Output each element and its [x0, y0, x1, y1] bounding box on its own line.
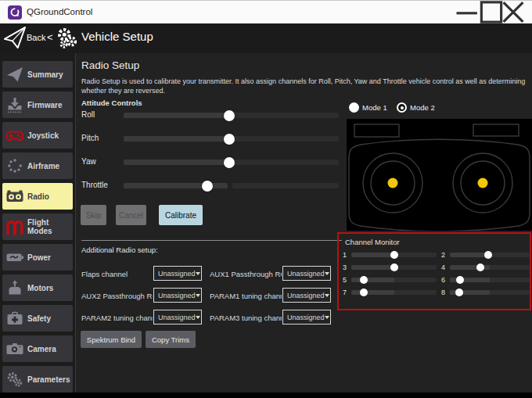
pitch-slider-row: Pitch [81, 133, 340, 144]
window-titlebar: QGroundControl [0, 0, 532, 23]
skip-button[interactable]: Skip [81, 205, 106, 225]
back-button[interactable]: Back [27, 33, 45, 42]
yaw-slider-track [124, 160, 339, 165]
channel-monitor-panel: Channel Monitor 1 2 3 4 5 6 7 8 [337, 232, 531, 310]
copy-trims-button[interactable]: Copy Trims [146, 331, 196, 348]
yaw-slider-handle [224, 157, 235, 168]
channel-row: 5 6 [339, 274, 530, 286]
aux1-passthrough-dropdown[interactable]: Unassigned [282, 266, 331, 281]
qgroundcontrol-window: QGroundControl Back < Vehicle Setup Summ… [0, 0, 532, 398]
aux1-passthrough-label: AUX1 Passthrough RC ch [210, 270, 282, 278]
dropdown-value: Unassigned [158, 270, 196, 278]
throttle-track-right-segment [232, 183, 339, 188]
throttle-slider-row: Throttle [81, 180, 340, 191]
close-button[interactable] [501, 1, 525, 23]
window-title: QGroundControl [27, 7, 92, 16]
radio-button-unselected [349, 102, 359, 113]
gears-icon [5, 370, 24, 389]
param3-tuning-label: PARAM3 tuning channel [210, 314, 282, 322]
pitch-slider-handle [224, 134, 235, 145]
page-title: Vehicle Setup [81, 30, 153, 43]
right-stick-dot [478, 178, 488, 188]
firmware-download-icon [5, 95, 24, 114]
dropdown-value: Unassigned [287, 292, 325, 299]
minimize-button[interactable] [456, 1, 480, 23]
dropdown-value: Unassigned [287, 270, 325, 278]
channel-8-indicator [455, 289, 463, 296]
left-stick-dot [388, 178, 398, 188]
vehicle-setup-gears-icon [56, 26, 79, 49]
param1-tuning-dropdown[interactable]: Unassigned [282, 288, 331, 303]
camera-icon [5, 339, 24, 358]
cancel-button[interactable]: Cancel [116, 205, 146, 225]
channel-3-indicator [390, 264, 398, 271]
sidebar-item-power[interactable]: Power [2, 244, 73, 271]
chevron-down-icon [325, 316, 329, 319]
channel-row: 3 4 [339, 261, 530, 274]
channel-2-indicator [484, 251, 492, 259]
sidebar-item-joystick[interactable]: Joystick [2, 122, 73, 149]
channel-1-indicator [390, 251, 398, 259]
radio-transmitter-icon [5, 187, 24, 206]
sidebar-item-parameters[interactable]: Parameters [2, 366, 73, 393]
channel-5-track [351, 278, 437, 282]
channel-8-track [450, 290, 530, 295]
aux2-passthrough-label: AUX2 Passthrough RC ch [81, 292, 153, 300]
transmitter-diagram [347, 119, 532, 231]
sidebar-item-airframe[interactable]: Airframe [2, 152, 73, 179]
breadcrumb-separator: < [47, 31, 53, 43]
channel-monitor-title: Channel Monitor [345, 238, 400, 246]
dropdown-value: Unassigned [158, 314, 196, 321]
channel-7-indicator [360, 289, 368, 296]
channel-3-track [351, 265, 437, 270]
battery-icon [5, 248, 24, 267]
sidebar-item-summary[interactable]: Summary [2, 61, 73, 88]
calibrate-button[interactable]: Calibrate [159, 205, 203, 225]
chevron-down-icon [196, 272, 200, 275]
first-aid-icon [5, 309, 24, 328]
channel-row: 7 8 [339, 286, 530, 299]
paper-plane-icon[interactable] [3, 26, 27, 49]
chevron-down-icon [325, 272, 329, 275]
roll-slider-handle [224, 110, 235, 121]
sidebar-item-safety[interactable]: Safety [2, 305, 73, 332]
sidebar-item-motors[interactable]: Motors [2, 274, 73, 301]
sidebar-item-camera[interactable]: Camera [2, 335, 73, 362]
channel-2-track [450, 253, 530, 257]
param1-tuning-label: PARAM1 tuning channel [210, 292, 282, 300]
channel-1-track [351, 253, 437, 257]
section-description: Radio Setup is used to calibrate your tr… [81, 77, 530, 95]
spektrum-bind-button[interactable]: Spektrum Bind [81, 331, 142, 348]
roll-slider-track [124, 113, 339, 118]
param2-tuning-dropdown[interactable]: Unassigned [153, 310, 202, 324]
chevron-down-icon [325, 294, 329, 297]
attitude-controls-label: Attitude Controls [81, 99, 142, 107]
flaps-channel-dropdown[interactable]: Unassigned [153, 266, 202, 281]
throttle-slider-handle [202, 181, 213, 192]
radio-button-selected [397, 102, 407, 113]
yaw-slider-row: Yaw [81, 156, 340, 167]
motor-icon [5, 278, 24, 297]
chevron-down-icon [196, 316, 200, 319]
mode-2-radio[interactable]: Mode 2 [397, 102, 435, 113]
window-bottom-edge [0, 393, 532, 398]
throttle-slider-track [124, 183, 339, 188]
aux2-passthrough-dropdown[interactable]: Unassigned [153, 288, 202, 303]
sidebar-item-flight-modes[interactable]: Flight Modes [2, 213, 73, 240]
flaps-channel-label: Flaps channel [81, 270, 153, 278]
gamepad-icon [5, 126, 24, 145]
mode-1-radio[interactable]: Mode 1 [349, 102, 387, 113]
dropdown-value: Unassigned [158, 292, 196, 299]
param2-tuning-label: PARAM2 tuning channel [81, 314, 153, 322]
chevron-down-icon [196, 294, 200, 297]
channel-7-track [351, 290, 437, 295]
maximize-button[interactable] [480, 1, 503, 23]
section-divider [81, 240, 342, 241]
sidebar-item-firmware[interactable]: Firmware [2, 91, 73, 118]
airframe-dots-icon [5, 156, 24, 175]
channel-row: 1 2 [339, 249, 530, 261]
paper-plane-icon [5, 65, 24, 84]
sidebar-item-radio[interactable]: Radio [2, 183, 73, 210]
channel-6-indicator [456, 276, 464, 284]
param3-tuning-dropdown[interactable]: Unassigned [282, 310, 331, 324]
